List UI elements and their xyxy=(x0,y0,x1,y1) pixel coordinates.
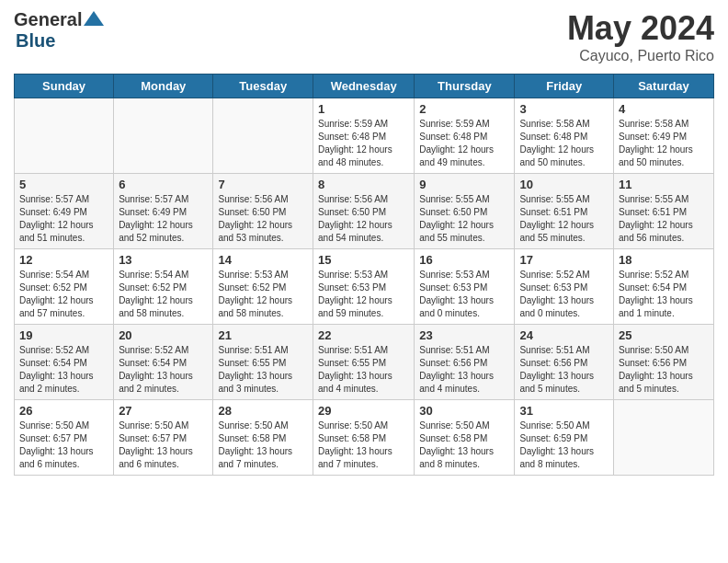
day-info: Sunrise: 5:50 AM Sunset: 6:59 PM Dayligh… xyxy=(519,419,609,471)
day-number: 29 xyxy=(318,404,409,418)
day-header-tuesday: Tuesday xyxy=(213,75,313,98)
main-title: May 2024 xyxy=(567,9,714,48)
day-number: 24 xyxy=(519,328,609,342)
calendar-cell xyxy=(614,400,714,476)
day-number: 20 xyxy=(119,328,208,342)
calendar-cell: 10Sunrise: 5:55 AM Sunset: 6:51 PM Dayli… xyxy=(515,174,614,249)
calendar-cell: 3Sunrise: 5:58 AM Sunset: 6:48 PM Daylig… xyxy=(515,98,614,174)
day-number: 12 xyxy=(19,253,108,267)
calendar-cell: 26Sunrise: 5:50 AM Sunset: 6:57 PM Dayli… xyxy=(15,400,114,476)
calendar-cell: 16Sunrise: 5:53 AM Sunset: 6:53 PM Dayli… xyxy=(415,249,515,325)
day-info: Sunrise: 5:52 AM Sunset: 6:54 PM Dayligh… xyxy=(119,344,208,396)
day-number: 3 xyxy=(519,102,609,116)
calendar-cell: 27Sunrise: 5:50 AM Sunset: 6:57 PM Dayli… xyxy=(114,400,213,476)
calendar-cell: 9Sunrise: 5:55 AM Sunset: 6:50 PM Daylig… xyxy=(415,174,515,249)
calendar-cell: 8Sunrise: 5:56 AM Sunset: 6:50 PM Daylig… xyxy=(313,174,415,249)
day-header-friday: Friday xyxy=(515,75,614,98)
days-header-row: SundayMondayTuesdayWednesdayThursdayFrid… xyxy=(15,75,714,98)
calendar-cell: 2Sunrise: 5:59 AM Sunset: 6:48 PM Daylig… xyxy=(415,98,515,174)
week-row-4: 26Sunrise: 5:50 AM Sunset: 6:57 PM Dayli… xyxy=(15,400,714,476)
day-info: Sunrise: 5:51 AM Sunset: 6:56 PM Dayligh… xyxy=(419,344,509,396)
day-number: 31 xyxy=(519,404,609,418)
calendar-cell: 29Sunrise: 5:50 AM Sunset: 6:58 PM Dayli… xyxy=(313,400,415,476)
calendar-cell: 6Sunrise: 5:57 AM Sunset: 6:49 PM Daylig… xyxy=(114,174,213,249)
calendar-cell: 21Sunrise: 5:51 AM Sunset: 6:55 PM Dayli… xyxy=(213,325,313,400)
calendar-cell xyxy=(15,98,114,174)
day-info: Sunrise: 5:52 AM Sunset: 6:54 PM Dayligh… xyxy=(19,344,108,396)
day-info: Sunrise: 5:50 AM Sunset: 6:58 PM Dayligh… xyxy=(419,419,509,471)
calendar-cell: 11Sunrise: 5:55 AM Sunset: 6:51 PM Dayli… xyxy=(614,174,714,249)
day-info: Sunrise: 5:54 AM Sunset: 6:52 PM Dayligh… xyxy=(119,269,208,320)
day-number: 25 xyxy=(619,328,709,342)
day-header-monday: Monday xyxy=(114,75,213,98)
day-number: 22 xyxy=(318,328,409,342)
logo-general: General xyxy=(14,9,82,30)
day-number: 23 xyxy=(419,328,509,342)
day-info: Sunrise: 5:53 AM Sunset: 6:52 PM Dayligh… xyxy=(218,269,308,320)
day-info: Sunrise: 5:53 AM Sunset: 6:53 PM Dayligh… xyxy=(318,269,409,320)
day-info: Sunrise: 5:50 AM Sunset: 6:57 PM Dayligh… xyxy=(19,419,108,471)
calendar-cell: 13Sunrise: 5:54 AM Sunset: 6:52 PM Dayli… xyxy=(114,249,213,325)
day-number: 2 xyxy=(419,102,509,116)
calendar-cell: 19Sunrise: 5:52 AM Sunset: 6:54 PM Dayli… xyxy=(15,325,114,400)
day-info: Sunrise: 5:50 AM Sunset: 6:57 PM Dayligh… xyxy=(119,419,208,471)
calendar-cell: 22Sunrise: 5:51 AM Sunset: 6:55 PM Dayli… xyxy=(313,325,415,400)
day-header-wednesday: Wednesday xyxy=(313,75,415,98)
calendar-cell: 1Sunrise: 5:59 AM Sunset: 6:48 PM Daylig… xyxy=(313,98,415,174)
day-number: 6 xyxy=(119,178,208,191)
day-number: 28 xyxy=(218,404,308,418)
day-number: 27 xyxy=(119,404,208,418)
day-info: Sunrise: 5:52 AM Sunset: 6:54 PM Dayligh… xyxy=(619,269,709,320)
day-number: 26 xyxy=(19,404,108,418)
week-row-2: 12Sunrise: 5:54 AM Sunset: 6:52 PM Dayli… xyxy=(15,249,714,325)
day-number: 17 xyxy=(519,253,609,267)
day-info: Sunrise: 5:55 AM Sunset: 6:51 PM Dayligh… xyxy=(519,193,609,245)
calendar-cell: 23Sunrise: 5:51 AM Sunset: 6:56 PM Dayli… xyxy=(415,325,515,400)
day-info: Sunrise: 5:52 AM Sunset: 6:53 PM Dayligh… xyxy=(519,269,609,320)
page: General Blue May 2024 Cayuco, Puerto Ric… xyxy=(0,0,728,563)
day-header-sunday: Sunday xyxy=(15,75,114,98)
calendar-cell: 5Sunrise: 5:57 AM Sunset: 6:49 PM Daylig… xyxy=(15,174,114,249)
day-number: 16 xyxy=(419,253,509,267)
calendar-cell: 18Sunrise: 5:52 AM Sunset: 6:54 PM Dayli… xyxy=(614,249,714,325)
day-number: 21 xyxy=(218,328,308,342)
calendar: SundayMondayTuesdayWednesdayThursdayFrid… xyxy=(14,74,714,476)
day-info: Sunrise: 5:50 AM Sunset: 6:56 PM Dayligh… xyxy=(619,344,709,396)
day-info: Sunrise: 5:54 AM Sunset: 6:52 PM Dayligh… xyxy=(19,269,108,320)
day-info: Sunrise: 5:56 AM Sunset: 6:50 PM Dayligh… xyxy=(218,193,308,245)
day-info: Sunrise: 5:55 AM Sunset: 6:51 PM Dayligh… xyxy=(619,193,709,245)
day-info: Sunrise: 5:56 AM Sunset: 6:50 PM Dayligh… xyxy=(318,193,409,245)
day-info: Sunrise: 5:57 AM Sunset: 6:49 PM Dayligh… xyxy=(119,193,208,245)
calendar-cell: 7Sunrise: 5:56 AM Sunset: 6:50 PM Daylig… xyxy=(213,174,313,249)
day-info: Sunrise: 5:51 AM Sunset: 6:55 PM Dayligh… xyxy=(218,344,308,396)
calendar-cell: 14Sunrise: 5:53 AM Sunset: 6:52 PM Dayli… xyxy=(213,249,313,325)
calendar-cell: 15Sunrise: 5:53 AM Sunset: 6:53 PM Dayli… xyxy=(313,249,415,325)
day-info: Sunrise: 5:55 AM Sunset: 6:50 PM Dayligh… xyxy=(419,193,509,245)
day-header-saturday: Saturday xyxy=(614,75,714,98)
day-number: 13 xyxy=(119,253,208,267)
subtitle: Cayuco, Puerto Rico xyxy=(567,48,714,64)
day-number: 14 xyxy=(218,253,308,267)
title-section: May 2024 Cayuco, Puerto Rico xyxy=(567,9,714,64)
day-number: 11 xyxy=(619,178,709,191)
day-number: 7 xyxy=(218,178,308,191)
calendar-cell: 28Sunrise: 5:50 AM Sunset: 6:58 PM Dayli… xyxy=(213,400,313,476)
calendar-cell: 25Sunrise: 5:50 AM Sunset: 6:56 PM Dayli… xyxy=(614,325,714,400)
day-info: Sunrise: 5:51 AM Sunset: 6:55 PM Dayligh… xyxy=(318,344,409,396)
day-header-thursday: Thursday xyxy=(415,75,515,98)
calendar-cell: 30Sunrise: 5:50 AM Sunset: 6:58 PM Dayli… xyxy=(415,400,515,476)
calendar-cell: 4Sunrise: 5:58 AM Sunset: 6:49 PM Daylig… xyxy=(614,98,714,174)
calendar-cell: 12Sunrise: 5:54 AM Sunset: 6:52 PM Dayli… xyxy=(15,249,114,325)
day-info: Sunrise: 5:51 AM Sunset: 6:56 PM Dayligh… xyxy=(519,344,609,396)
day-info: Sunrise: 5:59 AM Sunset: 6:48 PM Dayligh… xyxy=(419,118,509,169)
day-number: 8 xyxy=(318,178,409,191)
calendar-cell: 31Sunrise: 5:50 AM Sunset: 6:59 PM Dayli… xyxy=(515,400,614,476)
day-number: 15 xyxy=(318,253,409,267)
header: General Blue May 2024 Cayuco, Puerto Ric… xyxy=(14,9,714,64)
day-info: Sunrise: 5:58 AM Sunset: 6:49 PM Dayligh… xyxy=(619,118,709,169)
logo-icon xyxy=(84,9,104,29)
svg-marker-0 xyxy=(84,11,104,26)
day-number: 9 xyxy=(419,178,509,191)
day-number: 5 xyxy=(19,178,108,191)
logo-blue: Blue xyxy=(16,30,55,51)
